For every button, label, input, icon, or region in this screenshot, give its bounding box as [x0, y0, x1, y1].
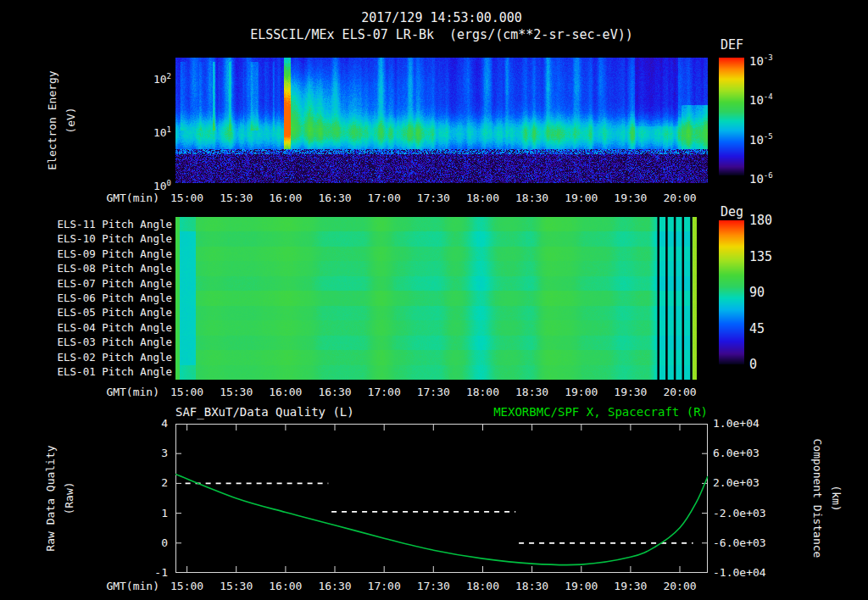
time-tick-label: 17:00 — [365, 386, 403, 399]
deg-tick-label: 90 — [749, 286, 809, 299]
time-tick-label: 16:00 — [267, 386, 304, 399]
time-tick-label: 15:30 — [218, 580, 255, 593]
right-plot-title: MEXORBMC/SPF X, Spacecraft (R) — [386, 405, 708, 419]
left-axis-tick-label: 0 — [134, 536, 168, 550]
pitch-row-label: ELS-02 Pitch Angle — [34, 351, 172, 364]
pitch-row-label: ELS-11 Pitch Angle — [34, 218, 172, 231]
units-label: (ergs/(cm**2-sr-sec-eV)) — [449, 27, 633, 42]
ylabel-raw-data-quality: Raw Data Quality — [44, 405, 58, 592]
deg-tick-label: 0 — [749, 358, 809, 371]
time-tick-label: 20:00 — [661, 386, 698, 399]
ylabel-raw: (Raw) — [63, 405, 76, 592]
power-base: 10 — [153, 180, 167, 192]
power-base: 10 — [153, 73, 167, 86]
time-tick-label: 18:30 — [514, 192, 551, 205]
ylabel-ev: (eV) — [64, 27, 78, 214]
gmt-label: GMT(min) — [75, 192, 159, 205]
power-exponent: -5 — [764, 132, 773, 141]
gmt-label: GMT(min) — [75, 386, 159, 399]
power-exponent: -4 — [764, 92, 773, 101]
pitch-angle-heatmap — [175, 217, 697, 380]
right-axis-tick-label: 2.0e+03 — [713, 476, 779, 490]
electron-energy-spectrogram — [175, 58, 708, 183]
time-tick-label: 19:00 — [563, 580, 600, 593]
time-tick-label: 18:30 — [514, 386, 551, 399]
time-tick-label: 17:00 — [365, 192, 403, 205]
deg-tick-label: 135 — [749, 250, 809, 264]
instrument-label: ELSSCIL/MEx ELS-07 LR-Bk — [250, 27, 434, 42]
def-tick-label: 10-5 — [749, 130, 809, 147]
left-axis-tick-label: 4 — [134, 417, 168, 431]
right-axis-tick-label: -2.0e+03 — [713, 507, 779, 520]
time-tick-label: 19:00 — [563, 192, 600, 205]
pitch-row-label: ELS-08 Pitch Angle — [34, 262, 172, 275]
time-tick-label: 16:30 — [316, 386, 353, 399]
deg-colorbar — [719, 220, 744, 364]
time-tick-label: 18:00 — [464, 580, 501, 593]
time-tick-label: 16:00 — [267, 192, 304, 205]
def-tick-label: 10-6 — [749, 169, 809, 186]
time-tick-label: 20:00 — [661, 192, 698, 205]
right-axis-tick-label: -1.0e+04 — [713, 566, 779, 580]
def-tick-label: 10-4 — [749, 90, 809, 107]
plot-window: 2017/129 14:53:00.000 ELSSCIL/MEx ELS-07… — [0, 0, 868, 600]
pitch-row-label: ELS-10 Pitch Angle — [34, 232, 172, 246]
right-axis-tick-label: 6.0e+03 — [713, 447, 779, 460]
time-tick-label: 19:00 — [563, 386, 600, 399]
time-tick-label: 15:00 — [169, 386, 206, 399]
energy-tick-label: 101 — [132, 123, 171, 140]
time-tick-label: 18:00 — [464, 386, 501, 399]
time-tick-label: 18:30 — [514, 580, 551, 593]
left-plot-title: SAF_BXuT/Data Quality (L) — [175, 405, 354, 419]
power-exponent: 2 — [167, 72, 171, 81]
quality-distance-plot — [175, 424, 708, 573]
left-axis-tick-label: 2 — [134, 476, 168, 490]
power-base: 10 — [749, 172, 764, 186]
time-tick-label: 17:30 — [415, 192, 452, 205]
right-axis-tick-label: 1.0e+04 — [713, 417, 779, 431]
pitch-row-label: ELS-06 Pitch Angle — [34, 292, 172, 305]
pitch-row-label: ELS-07 Pitch Angle — [34, 277, 172, 291]
time-tick-label: 17:30 — [415, 580, 452, 593]
ylabel-component-distance: Component Distance — [810, 405, 824, 592]
power-exponent: 1 — [167, 125, 171, 134]
deg-tick-label: 45 — [749, 322, 809, 336]
page-title: 2017/129 14:53:00.000 — [175, 11, 708, 25]
right-axis-tick-label: -6.0e+03 — [713, 536, 779, 550]
time-tick-label: 18:00 — [464, 192, 501, 205]
time-tick-label: 15:30 — [218, 192, 255, 205]
plot-subtitle: ELSSCIL/MEx ELS-07 LR-Bk(ergs/(cm**2-sr-… — [85, 28, 798, 42]
pitch-row-label: ELS-04 Pitch Angle — [34, 321, 172, 335]
power-exponent: -3 — [764, 53, 773, 62]
energy-tick-label: 102 — [132, 69, 171, 86]
pitch-row-label: ELS-09 Pitch Angle — [34, 247, 172, 261]
ylabel-electron-energy: Electron Energy — [46, 27, 59, 214]
left-axis-tick-label: -1 — [134, 566, 168, 580]
def-colorbar-title: DEF — [721, 38, 743, 52]
power-base: 10 — [153, 126, 167, 139]
pitch-row-label: ELS-01 Pitch Angle — [34, 365, 172, 379]
time-tick-label: 19:30 — [612, 192, 649, 205]
power-exponent: 0 — [167, 179, 171, 187]
time-tick-label: 15:30 — [218, 386, 255, 399]
pitch-row-label: ELS-05 Pitch Angle — [34, 306, 172, 319]
time-tick-label: 19:30 — [612, 386, 649, 399]
time-tick-label: 17:00 — [365, 580, 403, 593]
deg-tick-label: 180 — [749, 214, 809, 227]
time-tick-label: 15:00 — [169, 580, 206, 593]
power-base: 10 — [749, 93, 764, 107]
power-exponent: -6 — [764, 171, 773, 180]
time-tick-label: 16:30 — [316, 192, 353, 205]
gmt-label: GMT(min) — [75, 580, 159, 593]
left-axis-tick-label: 1 — [134, 507, 168, 520]
time-tick-label: 16:30 — [316, 580, 353, 593]
time-tick-label: 16:00 — [267, 580, 304, 593]
left-axis-tick-label: 3 — [134, 447, 168, 460]
def-tick-label: 10-3 — [749, 51, 809, 68]
ylabel-km: (km) — [829, 405, 843, 592]
time-tick-label: 20:00 — [661, 580, 698, 593]
time-tick-label: 19:30 — [612, 580, 649, 593]
time-tick-label: 17:30 — [415, 386, 452, 399]
def-colorbar — [719, 58, 744, 175]
power-base: 10 — [749, 132, 764, 146]
